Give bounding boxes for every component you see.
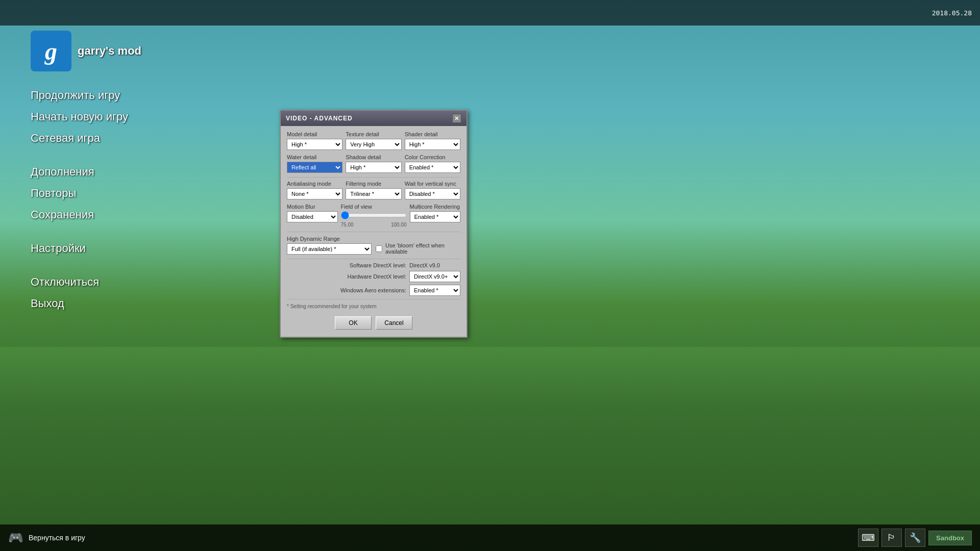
video-advanced-dialog: VIDEO - ADVANCED ✕ Model detail High * T… [280, 110, 468, 338]
antialiasing-label: Antialiasing mode [287, 181, 342, 187]
filtering-select[interactable]: Trilinear * [346, 188, 401, 199]
filtering-label: Filtering mode [346, 181, 401, 187]
hdr-row: High Dynamic Range Full (if available) *… [287, 235, 460, 255]
dialog-body: Model detail High * Texture detail Very … [281, 126, 467, 337]
fov-group: Field of view 75.00 100.00 [341, 204, 407, 228]
fov-slider-wrapper [341, 211, 407, 219]
dx-section: Software DirectX level: DirectX v9.0 Har… [287, 262, 460, 296]
color-correction-select[interactable]: Enabled * [405, 162, 460, 173]
divider-1 [287, 177, 460, 178]
software-dx-row: Software DirectX level: DirectX v9.0 [287, 262, 460, 268]
menu-item-settings[interactable]: Настройки [31, 240, 128, 257]
fov-label: Field of view [341, 204, 407, 210]
menu-item-replays[interactable]: Повторы [31, 185, 128, 202]
vsync-label: Wait for vertical sync [405, 181, 460, 187]
menu-item-addons[interactable]: Дополнения [31, 163, 128, 181]
dialog-titlebar: VIDEO - ADVANCED ✕ [281, 111, 467, 126]
header-bar: 2018.05.28 [0, 0, 980, 26]
bloom-row: Use 'bloom' effect when available [376, 235, 460, 255]
multicore-group: Multicore Rendering Enabled * [410, 204, 461, 228]
texture-detail-select[interactable]: Very High [346, 139, 401, 150]
settings-row-2: Water detail Reflect all Shadow detail H… [287, 154, 460, 173]
motion-blur-label: Motion Blur [287, 204, 338, 210]
antialiasing-select[interactable]: None * [287, 188, 342, 199]
bloom-checkbox[interactable] [376, 245, 382, 252]
fov-min: 75.00 [341, 222, 354, 228]
divider-3 [287, 259, 460, 259]
hdr-label: High Dynamic Range [287, 236, 372, 242]
menu-item-new-game[interactable]: Начать новую игру [31, 108, 128, 126]
settings-row-3: Antialiasing mode None * Filtering mode … [287, 181, 460, 199]
menu-item-continue[interactable]: Продолжить игру [31, 87, 128, 104]
keyboard-button[interactable]: ⌨ [858, 529, 878, 547]
model-detail-group: Model detail High * [287, 131, 342, 150]
hardware-dx-row: Hardware DirectX level: DirectX v9.0+ [287, 271, 460, 282]
multicore-select[interactable]: Enabled * [410, 211, 461, 222]
windows-aero-row: Windows Aero extensions: Enabled * [287, 285, 460, 296]
filtering-group: Filtering mode Trilinear * [346, 181, 401, 199]
shadow-detail-select[interactable]: High * [346, 162, 401, 173]
main-menu: Продолжить игру Начать новую игру Сетева… [31, 87, 128, 312]
menu-separator-3 [31, 261, 128, 269]
water-detail-select[interactable]: Reflect all [287, 162, 342, 173]
shader-detail-label: Shader detail [405, 131, 460, 137]
menu-separator-2 [31, 228, 128, 236]
settings-row-4: Motion Blur Disabled Field of view 75.00… [287, 204, 460, 228]
dialog-buttons: OK Cancel [287, 313, 460, 332]
hdr-select[interactable]: Full (if available) * [287, 243, 372, 255]
tools-button[interactable]: 🔧 [905, 529, 925, 547]
divider-2 [287, 232, 460, 232]
bottom-bar: 🎮 Вернуться в игру ⌨ 🏳 🔧 Sandbox [0, 524, 980, 551]
software-dx-value: DirectX v9.0 [409, 262, 460, 268]
shadow-detail-label: Shadow detail [346, 154, 401, 160]
color-correction-label: Color Correction [405, 154, 460, 160]
datetime: 2018.05.28 [932, 9, 972, 17]
software-dx-label: Software DirectX level: [287, 262, 406, 268]
sandbox-badge[interactable]: Sandbox [928, 531, 972, 545]
recommended-note: * Setting recommended for your system [287, 304, 460, 309]
hardware-dx-label: Hardware DirectX level: [287, 273, 406, 280]
ground [0, 347, 980, 551]
windows-aero-label: Windows Aero extensions: [287, 287, 406, 293]
game-logo: g [31, 31, 71, 71]
menu-separator-1 [31, 151, 128, 159]
windows-aero-select[interactable]: Enabled * [409, 285, 460, 296]
logo-letter: g [45, 37, 57, 65]
dialog-title: VIDEO - ADVANCED [286, 115, 353, 122]
divider-4 [287, 299, 460, 299]
color-correction-group: Color Correction Enabled * [405, 154, 460, 173]
fov-slider[interactable] [341, 211, 407, 219]
multicore-label: Multicore Rendering [410, 204, 461, 210]
fov-labels: 75.00 100.00 [341, 222, 407, 228]
water-detail-label: Water detail [287, 154, 342, 160]
motion-blur-group: Motion Blur Disabled [287, 204, 338, 228]
water-detail-group: Water detail Reflect all [287, 154, 342, 173]
back-to-game-label[interactable]: Вернуться в игру [29, 534, 85, 542]
bloom-label: Use 'bloom' effect when available [385, 242, 460, 255]
menu-item-exit[interactable]: Выход [31, 295, 128, 312]
model-detail-select[interactable]: High * [287, 139, 342, 150]
controller-icon: 🎮 [8, 531, 23, 545]
model-detail-label: Model detail [287, 131, 342, 137]
antialiasing-group: Antialiasing mode None * [287, 181, 342, 199]
settings-row-1: Model detail High * Texture detail Very … [287, 131, 460, 150]
flag-button[interactable]: 🏳 [881, 529, 902, 547]
vsync-group: Wait for vertical sync Disabled * [405, 181, 460, 199]
ok-button[interactable]: OK [335, 316, 372, 330]
texture-detail-group: Texture detail Very High [346, 131, 401, 150]
cancel-button[interactable]: Cancel [376, 316, 412, 330]
bottom-left: 🎮 Вернуться в игру [8, 531, 85, 545]
motion-blur-select[interactable]: Disabled [287, 211, 338, 222]
menu-item-network-game[interactable]: Сетевая игра [31, 130, 128, 147]
hdr-group: High Dynamic Range Full (if available) * [287, 236, 372, 255]
logo-area: g garry's mod [31, 31, 141, 71]
dialog-close-button[interactable]: ✕ [452, 114, 461, 123]
hardware-dx-select[interactable]: DirectX v9.0+ [409, 271, 460, 282]
shader-detail-select[interactable]: High * [405, 139, 460, 150]
texture-detail-label: Texture detail [346, 131, 401, 137]
game-title: garry's mod [78, 44, 141, 58]
menu-item-saves[interactable]: Сохранения [31, 206, 128, 223]
vsync-select[interactable]: Disabled * [405, 188, 460, 199]
shadow-detail-group: Shadow detail High * [346, 154, 401, 173]
menu-item-disconnect[interactable]: Отключиться [31, 273, 128, 291]
